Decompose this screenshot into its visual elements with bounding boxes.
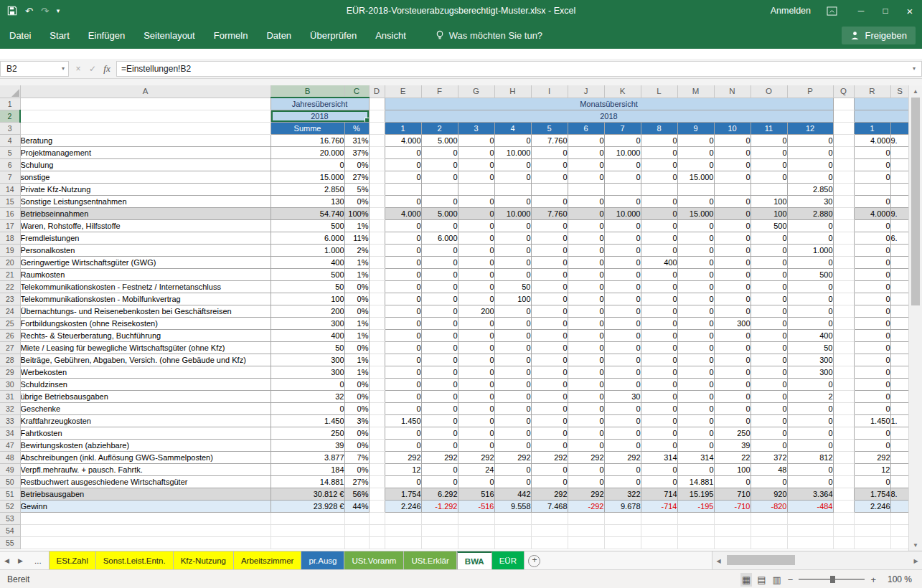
cell-E7[interactable]: 0 xyxy=(385,171,421,184)
cell-D26[interactable] xyxy=(369,330,385,342)
scroll-up-icon[interactable]: ▲ xyxy=(909,85,922,97)
cell-E33[interactable]: 1.450 xyxy=(385,415,421,427)
cell-P22[interactable]: 0 xyxy=(787,281,833,293)
cell-F28[interactable]: 0 xyxy=(421,354,458,366)
cell-D55[interactable] xyxy=(369,537,385,549)
cell-G17[interactable]: 0 xyxy=(458,220,494,232)
cell-R47[interactable]: 0 xyxy=(854,440,890,452)
cell-H50[interactable]: 0 xyxy=(494,476,531,488)
cell-L14[interactable] xyxy=(641,184,677,196)
cell-R26[interactable]: 0 xyxy=(854,330,890,342)
cell-Q20[interactable] xyxy=(833,257,854,269)
cell-C33[interactable]: 3% xyxy=(344,415,369,427)
sheet-nav-right-icon[interactable]: ▶ xyxy=(14,551,27,570)
cell-Q6[interactable] xyxy=(833,159,854,171)
cell-A51[interactable]: Betriebsausgaben xyxy=(20,488,271,501)
cell-N29[interactable]: 0 xyxy=(714,366,751,379)
cell-Q26[interactable] xyxy=(833,330,854,342)
cell-C14[interactable]: 5% xyxy=(344,184,369,196)
cell-P48[interactable]: 812 xyxy=(787,452,833,464)
cell-L48[interactable]: 314 xyxy=(641,452,677,464)
cell-F17[interactable]: 0 xyxy=(421,220,458,232)
cell-G5[interactable]: 0 xyxy=(458,147,494,159)
cell-E17[interactable]: 0 xyxy=(385,220,421,232)
cell-M30[interactable]: 0 xyxy=(677,379,714,391)
cell-O26[interactable]: 0 xyxy=(751,330,787,342)
col-header-O[interactable]: O xyxy=(751,85,787,98)
cell-I17[interactable]: 0 xyxy=(531,220,568,232)
horizontal-scrollbar-thumb[interactable] xyxy=(727,555,795,565)
cell-E29[interactable]: 0 xyxy=(385,366,421,379)
cell-C22[interactable]: 0% xyxy=(344,281,369,293)
cell-K53[interactable] xyxy=(604,513,641,525)
cell-F16[interactable]: 5.000 xyxy=(421,208,458,220)
cell-I6[interactable]: 0 xyxy=(531,159,568,171)
col-header-D[interactable]: D xyxy=(369,85,385,98)
ribbon-tab-seitenlayout[interactable]: Seitenlayout xyxy=(134,22,204,49)
cell-N4[interactable]: 0 xyxy=(714,135,751,147)
cell-Q53[interactable] xyxy=(833,513,854,525)
cell-L28[interactable]: 0 xyxy=(641,354,677,366)
cell-B24[interactable]: 200 xyxy=(271,305,344,318)
ribbon-tab-formeln[interactable]: Formeln xyxy=(204,22,258,49)
cell-B20[interactable]: 400 xyxy=(271,257,344,269)
cell-R20[interactable]: 0 xyxy=(854,257,890,269)
cell-E28[interactable]: 0 xyxy=(385,354,421,366)
row-header-54[interactable]: 54 xyxy=(0,525,20,537)
cell-L6[interactable]: 0 xyxy=(641,159,677,171)
cell-R17[interactable]: 0 xyxy=(854,220,890,232)
cell-A26[interactable]: Rechts- & Steuerberatung, Buchführung xyxy=(20,330,271,342)
cell-Q30[interactable] xyxy=(833,379,854,391)
cell-C20[interactable]: 1% xyxy=(344,257,369,269)
cell-D48[interactable] xyxy=(369,452,385,464)
cell-R23[interactable]: 0 xyxy=(854,293,890,305)
row-header-51[interactable]: 51 xyxy=(0,488,20,501)
sheet-tab-USt.Voranm[interactable]: USt.Voranm xyxy=(344,551,404,570)
cell-N26[interactable]: 0 xyxy=(714,330,751,342)
vertical-scrollbar[interactable]: ▲ ▼ xyxy=(908,85,922,551)
cell-Q34[interactable] xyxy=(833,427,854,440)
row-header-2[interactable]: 2 xyxy=(0,110,20,123)
cell-D52[interactable] xyxy=(369,501,385,513)
cell-M16[interactable]: 15.000 xyxy=(677,208,714,220)
cell-E15[interactable]: 0 xyxy=(385,196,421,208)
cell-R16[interactable]: 4.000 xyxy=(854,208,890,220)
cell-B29[interactable]: 300 xyxy=(271,366,344,379)
cell-J19[interactable]: 0 xyxy=(568,245,604,257)
cell-P23[interactable]: 0 xyxy=(787,293,833,305)
cell-M51[interactable]: 15.195 xyxy=(677,488,714,501)
cell-A30[interactable]: Schuldzinsen xyxy=(20,379,271,391)
cell-R30[interactable]: 0 xyxy=(854,379,890,391)
cell-G15[interactable]: 0 xyxy=(458,196,494,208)
cell-A1[interactable] xyxy=(20,98,271,110)
cell-I48[interactable]: 292 xyxy=(531,452,568,464)
cell-N33[interactable]: 0 xyxy=(714,415,751,427)
cell-K49[interactable]: 0 xyxy=(604,464,641,476)
ribbon-tab-daten[interactable]: Daten xyxy=(257,22,301,49)
cell-D23[interactable] xyxy=(369,293,385,305)
scroll-right-icon[interactable]: ▶ xyxy=(910,558,922,564)
cell-B55[interactable] xyxy=(271,537,344,549)
cell-L3[interactable]: 8 xyxy=(641,123,677,135)
cell-L27[interactable]: 0 xyxy=(641,342,677,354)
cell-C34[interactable]: 0% xyxy=(344,427,369,440)
cell-S31[interactable] xyxy=(890,391,909,403)
cell-S19[interactable] xyxy=(890,245,909,257)
cell-S4[interactable]: 9. xyxy=(890,135,909,147)
cell-C21[interactable]: 1% xyxy=(344,269,369,281)
cell-O29[interactable]: 0 xyxy=(751,366,787,379)
cell-J29[interactable]: 0 xyxy=(568,366,604,379)
cell-N20[interactable]: 0 xyxy=(714,257,751,269)
cell-M23[interactable]: 0 xyxy=(677,293,714,305)
cell-H5[interactable]: 10.000 xyxy=(494,147,531,159)
cell-J48[interactable]: 292 xyxy=(568,452,604,464)
col-header-I[interactable]: I xyxy=(531,85,568,98)
cell-D47[interactable] xyxy=(369,440,385,452)
share-button[interactable]: Freigeben xyxy=(842,27,916,44)
cell-O34[interactable]: 0 xyxy=(751,427,787,440)
cell-I32[interactable]: 0 xyxy=(531,403,568,415)
cell-I49[interactable]: 0 xyxy=(531,464,568,476)
cell-S52[interactable] xyxy=(890,501,909,513)
cell-H7[interactable]: 0 xyxy=(494,171,531,184)
sheet-tab-pr.Ausg[interactable]: pr.Ausg xyxy=(301,551,344,570)
